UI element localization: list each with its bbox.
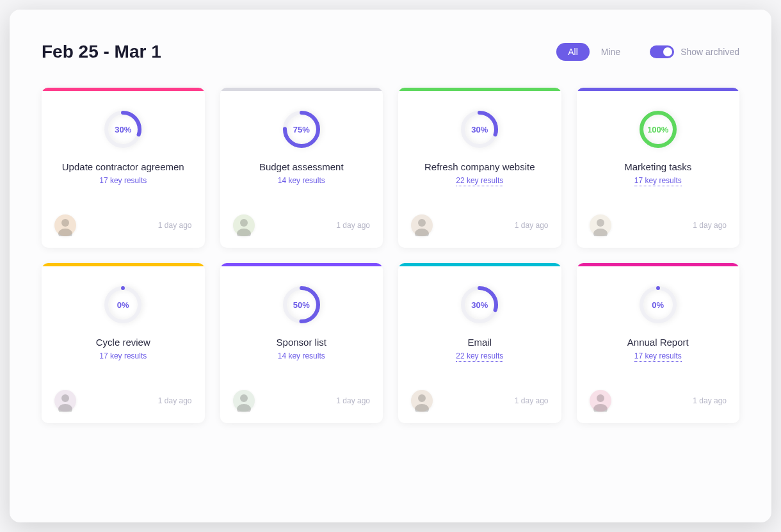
progress-ring: 30% bbox=[459, 109, 500, 150]
progress-text: 0% bbox=[117, 300, 129, 310]
progress-text: 0% bbox=[652, 300, 664, 310]
card-timestamp: 1 day ago bbox=[515, 396, 549, 405]
svg-point-22 bbox=[240, 394, 248, 402]
key-results-link[interactable]: 22 key results bbox=[456, 176, 503, 186]
card-title: Update contractor agreemen bbox=[62, 161, 184, 172]
card-body: 75% Budget assessment 14 key results bbox=[220, 91, 383, 198]
dashboard-window: Feb 25 - Mar 1 All Mine Show archived bbox=[10, 10, 771, 522]
progress-ring: 0% bbox=[638, 284, 679, 325]
progress-text: 30% bbox=[115, 125, 131, 134]
owner-avatar[interactable] bbox=[233, 390, 255, 412]
card-footer: 1 day ago bbox=[42, 207, 205, 248]
card-timestamp: 1 day ago bbox=[515, 221, 549, 230]
key-results-link[interactable]: 17 key results bbox=[99, 176, 147, 185]
okr-card[interactable]: 30% Refresh company website 22 key resul… bbox=[398, 88, 561, 248]
owner-avatar[interactable] bbox=[411, 214, 433, 236]
svg-point-6 bbox=[240, 219, 248, 227]
toggle-knob bbox=[663, 47, 672, 56]
svg-point-26 bbox=[418, 394, 426, 402]
filter-all-button[interactable]: All bbox=[556, 43, 590, 61]
filter-mine-button[interactable]: Mine bbox=[590, 43, 632, 61]
svg-point-7 bbox=[237, 229, 251, 236]
key-results-link[interactable]: 17 key results bbox=[634, 351, 682, 362]
okr-card[interactable]: 0% Annual Report 17 key results 1 day ag… bbox=[577, 263, 740, 423]
card-footer: 1 day ago bbox=[398, 207, 561, 248]
header: Feb 25 - Mar 1 All Mine Show archived bbox=[42, 42, 739, 62]
card-title: Annual Report bbox=[627, 337, 689, 348]
card-timestamp: 1 day ago bbox=[336, 396, 370, 405]
card-timestamp: 1 day ago bbox=[158, 221, 192, 230]
progress-ring: 50% bbox=[281, 284, 322, 325]
svg-point-19 bbox=[58, 404, 72, 412]
svg-point-23 bbox=[237, 404, 251, 412]
okr-card[interactable]: 30% Email 22 key results 1 day ago bbox=[398, 263, 561, 423]
date-range-title: Feb 25 - Mar 1 bbox=[42, 42, 161, 62]
header-controls: All Mine Show archived bbox=[556, 43, 739, 61]
progress-ring: 30% bbox=[102, 109, 143, 150]
card-footer: 1 day ago bbox=[42, 382, 205, 423]
card-body: 30% Refresh company website 22 key resul… bbox=[398, 91, 561, 198]
card-title: Email bbox=[467, 337, 492, 348]
progress-ring: 75% bbox=[281, 109, 322, 150]
card-title: Sponsor list bbox=[277, 337, 326, 348]
owner-avatar[interactable] bbox=[411, 390, 433, 412]
owner-avatar[interactable] bbox=[54, 390, 76, 412]
key-results-link[interactable]: 14 key results bbox=[278, 351, 325, 360]
svg-point-30 bbox=[597, 394, 604, 402]
svg-point-27 bbox=[415, 404, 429, 412]
svg-point-15 bbox=[593, 229, 608, 236]
svg-point-10 bbox=[418, 219, 426, 227]
progress-ring: 0% bbox=[102, 284, 143, 325]
card-body: 30% Email 22 key results bbox=[398, 266, 561, 373]
okr-card[interactable]: 100% Marketing tasks 17 key results 1 da… bbox=[577, 88, 740, 248]
owner-avatar[interactable] bbox=[54, 214, 76, 236]
card-body: 0% Cycle review 17 key results bbox=[42, 266, 205, 373]
show-archived-toggle[interactable] bbox=[650, 45, 674, 58]
card-timestamp: 1 day ago bbox=[693, 221, 727, 230]
key-results-link[interactable]: 14 key results bbox=[278, 176, 325, 185]
card-footer: 1 day ago bbox=[220, 207, 383, 248]
key-results-link[interactable]: 22 key results bbox=[456, 351, 503, 362]
progress-text: 100% bbox=[647, 125, 668, 134]
key-results-link[interactable]: 17 key results bbox=[634, 176, 682, 186]
show-archived-label: Show archived bbox=[680, 47, 739, 57]
owner-avatar[interactable] bbox=[233, 214, 255, 236]
card-footer: 1 day ago bbox=[577, 207, 740, 248]
card-title: Cycle review bbox=[96, 337, 150, 348]
filter-group: All Mine bbox=[556, 43, 632, 61]
card-title: Refresh company website bbox=[424, 161, 535, 172]
card-body: 0% Annual Report 17 key results bbox=[577, 266, 740, 373]
svg-point-18 bbox=[61, 394, 69, 402]
card-timestamp: 1 day ago bbox=[158, 396, 192, 405]
card-footer: 1 day ago bbox=[398, 382, 561, 423]
progress-ring: 30% bbox=[459, 284, 500, 325]
svg-point-11 bbox=[415, 229, 429, 236]
card-title: Budget assessment bbox=[259, 161, 344, 172]
card-footer: 1 day ago bbox=[220, 382, 383, 423]
svg-point-14 bbox=[597, 219, 604, 227]
card-timestamp: 1 day ago bbox=[693, 396, 727, 405]
card-body: 100% Marketing tasks 17 key results bbox=[577, 91, 740, 198]
progress-text: 30% bbox=[471, 300, 488, 310]
card-timestamp: 1 day ago bbox=[336, 221, 370, 230]
card-body: 30% Update contractor agreemen 17 key re… bbox=[42, 91, 205, 198]
okr-card-grid: 30% Update contractor agreemen 17 key re… bbox=[42, 88, 739, 423]
progress-text: 75% bbox=[293, 125, 310, 134]
card-body: 50% Sponsor list 14 key results bbox=[220, 266, 383, 373]
card-title: Marketing tasks bbox=[624, 161, 691, 172]
progress-ring: 100% bbox=[638, 109, 679, 150]
okr-card[interactable]: 30% Update contractor agreemen 17 key re… bbox=[42, 88, 205, 248]
svg-point-31 bbox=[593, 404, 608, 412]
progress-text: 30% bbox=[471, 125, 488, 134]
key-results-link[interactable]: 17 key results bbox=[99, 351, 147, 360]
owner-avatar[interactable] bbox=[590, 214, 611, 236]
okr-card[interactable]: 50% Sponsor list 14 key results 1 day ag… bbox=[220, 263, 383, 423]
card-footer: 1 day ago bbox=[577, 382, 740, 423]
svg-point-3 bbox=[58, 229, 72, 236]
progress-text: 50% bbox=[293, 300, 310, 310]
svg-point-2 bbox=[61, 219, 69, 227]
okr-card[interactable]: 0% Cycle review 17 key results 1 day ago bbox=[42, 263, 205, 423]
archive-toggle-group: Show archived bbox=[650, 45, 739, 58]
owner-avatar[interactable] bbox=[590, 390, 611, 412]
okr-card[interactable]: 75% Budget assessment 14 key results 1 d… bbox=[220, 88, 383, 248]
